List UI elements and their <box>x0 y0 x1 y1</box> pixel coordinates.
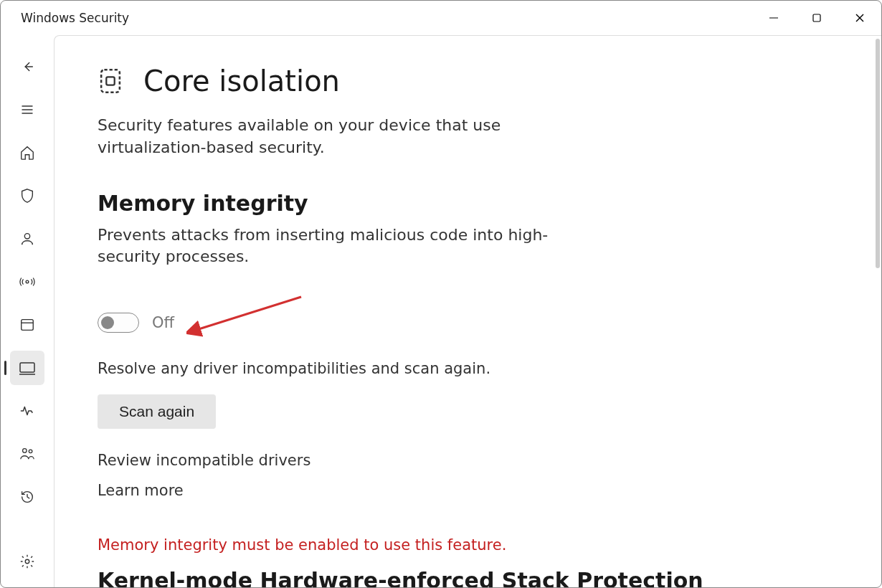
maximize-button[interactable] <box>795 1 838 35</box>
svg-point-16 <box>25 559 29 564</box>
shield-icon[interactable] <box>10 179 44 213</box>
svg-point-9 <box>26 280 29 283</box>
review-drivers-link[interactable]: Review incompatible drivers <box>98 452 838 469</box>
memory-integrity-toggle[interactable] <box>98 313 139 333</box>
svg-rect-12 <box>20 363 34 372</box>
kernel-protection-title: Kernel-mode Hardware-enforced Stack Prot… <box>98 568 838 587</box>
app-browser-icon[interactable] <box>10 308 44 342</box>
home-icon[interactable] <box>10 136 44 170</box>
settings-icon[interactable] <box>10 544 44 579</box>
titlebar: Windows Security <box>1 1 881 35</box>
device-performance-icon[interactable] <box>10 394 44 428</box>
core-isolation-icon <box>98 67 123 95</box>
svg-point-15 <box>29 450 32 453</box>
svg-point-8 <box>24 234 29 239</box>
family-icon[interactable] <box>10 437 44 471</box>
svg-rect-18 <box>106 77 114 85</box>
svg-point-14 <box>23 449 27 453</box>
window-controls <box>752 1 881 35</box>
close-button[interactable] <box>838 1 881 35</box>
menu-button[interactable] <box>10 93 44 127</box>
svg-rect-10 <box>22 320 34 331</box>
minimize-button[interactable] <box>752 1 795 35</box>
warning-text: Memory integrity must be enabled to use … <box>98 536 838 554</box>
back-button[interactable] <box>10 49 44 84</box>
memory-integrity-title: Memory integrity <box>98 191 838 216</box>
protection-history-icon[interactable] <box>10 480 44 514</box>
page-subtitle: Security features available on your devi… <box>98 115 614 159</box>
firewall-icon[interactable] <box>10 265 44 299</box>
memory-integrity-desc: Prevents attacks from inserting maliciou… <box>98 224 585 269</box>
device-security-icon[interactable] <box>10 351 44 385</box>
resolve-text: Resolve any driver incompatibilities and… <box>98 360 838 377</box>
scan-again-button[interactable]: Scan again <box>98 394 216 429</box>
learn-more-link[interactable]: Learn more <box>98 482 838 499</box>
main-content: Core isolation Security features availab… <box>54 36 881 587</box>
svg-rect-17 <box>101 70 120 92</box>
page-title: Core isolation <box>143 65 340 98</box>
svg-rect-1 <box>813 14 820 22</box>
toggle-state-label: Off <box>152 314 174 331</box>
sidebar <box>1 35 54 587</box>
window-title: Windows Security <box>21 11 129 25</box>
account-icon[interactable] <box>10 222 44 256</box>
scrollbar[interactable] <box>876 39 880 268</box>
